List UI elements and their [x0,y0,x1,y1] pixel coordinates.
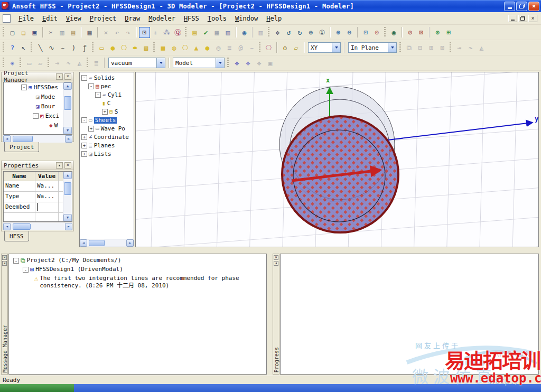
close-button[interactable]: × [528,2,539,11]
move-along-line-icon[interactable]: ⇥ [52,58,63,69]
print-report-icon[interactable]: ▦ [211,27,222,38]
tree-item-pec[interactable]: -▤pec [80,82,134,90]
draw-polygon-icon[interactable]: ⎔ [118,42,129,53]
move-cs-origin-icon[interactable]: ✥ [231,58,242,69]
message-item-the-first-two-integration-line[interactable]: ⚠The first two integration lines are rec… [34,275,264,290]
scroll-left-button[interactable]: ◄ [3,223,11,230]
mdi-close-button[interactable]: × [528,15,537,22]
mdi-restore-button[interactable] [518,15,527,22]
restore-button[interactable] [516,2,527,11]
panel-collapse-button[interactable]: ◂ [274,261,278,266]
mdi-document-icon[interactable] [3,14,11,23]
draw-torus-icon[interactable]: ◎ [213,42,224,53]
face-select-icon[interactable]: ▱ [35,58,46,69]
progress-content[interactable] [280,254,539,375]
distributed-analyze-icon[interactable]: ⁂ [161,27,172,38]
draw-sphere-icon[interactable]: ● [202,42,213,53]
dropdown-arrow-button[interactable] [216,58,224,68]
expander-icon[interactable]: + [81,151,87,157]
project-tree-hscrollbar[interactable]: ◄ ► [3,135,72,143]
show-in-active-view-icon[interactable]: ⊞ [443,27,454,38]
drawing-plane-select[interactable]: XY [308,42,341,53]
copy-icon[interactable]: ▥ [57,27,68,38]
scroll-right-button[interactable]: ► [126,239,134,247]
movement-mode-select[interactable]: In Plane [348,42,397,53]
dropdown-arrow-button[interactable] [156,58,165,68]
draw-cylinder-icon[interactable]: ◍ [169,42,180,53]
expander-icon[interactable]: - [95,92,101,98]
material-select[interactable]: vacuum [108,58,165,68]
os-taskbar[interactable] [0,384,541,392]
expander-icon[interactable]: + [81,134,87,140]
draw-udp-icon[interactable]: ⎔ [263,42,274,53]
properties-hscrollbar[interactable]: ◄ ► [3,222,72,230]
scale-cs-icon[interactable]: ✥ [254,58,265,69]
expander-icon[interactable]: + [81,143,87,148]
draw-rectangle-icon[interactable]: ▭ [96,42,107,53]
hide-in-active-view-icon[interactable]: ⊠ [416,27,427,38]
view-visibility-icon[interactable]: ◉ [388,27,399,38]
tree-item-c[interactable]: ▮C [80,99,134,107]
property-row-name[interactable]: NameWa... [4,181,72,192]
model-select[interactable]: Model [173,58,225,68]
field-zoom-icon[interactable]: ◉ [239,27,250,38]
duplicate-mirror-icon[interactable]: ◭ [476,42,487,53]
expander-icon[interactable]: + [102,109,108,115]
scroll-left-button[interactable]: ◄ [80,239,87,247]
expander-icon[interactable]: - [88,83,94,89]
print-icon[interactable]: ▦ [84,27,95,38]
tree-item-bour[interactable]: ◪Bour [4,101,72,111]
tab-project[interactable]: Project [4,142,39,152]
tree-item-mode[interactable]: ◪Mode [4,92,72,101]
expander-icon[interactable]: - [13,258,19,264]
redo-icon[interactable]: ↷ [123,27,134,38]
mdi-minimize-button[interactable] [508,15,517,22]
tree-item-s[interactable]: +⊞S [80,107,134,116]
modeler-canvas[interactable]: x y [136,72,538,247]
duplicate-along-line-icon[interactable]: ⇥ [454,42,465,53]
menu-tools[interactable]: Tools [203,13,231,24]
hscroll-thumb[interactable] [89,240,105,246]
tree-item-wave-po[interactable]: +▭Wave Po [80,124,134,133]
fit-all-icon[interactable]: ⊙ [371,27,383,38]
whats-this-icon[interactable]: ↖ [18,42,29,53]
draw-spiral-icon[interactable]: @ [235,42,246,53]
draw-line-icon[interactable]: ╲ [35,42,46,53]
draw-cone-icon[interactable]: ▲ [191,42,202,53]
tree-item-coordinate[interactable]: +∠Coordinate [80,133,134,141]
model-tree-hscrollbar[interactable]: ◄ ► [80,239,134,247]
dynamic-zoom-icon[interactable]: ① [316,27,328,38]
optimetrics-icon[interactable]: Ⓠ [172,27,183,38]
pan-icon[interactable]: ✥ [272,27,283,38]
tab-hfss[interactable]: HFSS [4,231,29,241]
tree-item-exci[interactable]: -◩Exci [4,111,72,120]
message-item-hfssdesign1-drivenmodal[interactable]: -⊞HFSSDesign1 (DrivenModal) [23,266,264,273]
new-project-icon[interactable]: ▢ [7,27,18,38]
hide-selection-icon[interactable]: ⊘ [405,27,416,38]
show-selection-icon[interactable]: ⊛ [432,27,443,38]
minimize-button[interactable] [504,2,515,11]
expander-icon[interactable]: + [88,126,94,132]
property-row-type[interactable]: TypeWa... [4,192,72,202]
draw-bondwire-icon[interactable]: ⌢ [246,42,257,53]
expander-icon[interactable]: - [81,75,87,81]
menu-window[interactable]: Window [231,13,262,24]
scroll-left-button[interactable]: ◄ [3,135,11,143]
draw-point-icon[interactable]: o [279,42,291,53]
draw-arc-center-icon[interactable]: ⌢ [57,42,68,53]
menu-modeler[interactable]: Modeler [144,13,180,24]
vscroll-thumb[interactable] [64,96,71,110]
dropdown-arrow-button[interactable] [332,43,340,52]
split-icon[interactable]: ⊠ [437,42,448,53]
panel-close-button[interactable]: × [2,255,7,260]
mirror-icon[interactable]: ◭ [74,58,85,69]
project-tree-vscrollbar[interactable]: ▲ ▼ [63,82,72,134]
draw-plane-icon[interactable]: ▱ [291,42,302,53]
menu-edit[interactable]: Edit [38,13,62,24]
validation-check-icon[interactable]: ✔ [200,27,211,38]
dropdown-arrow-button[interactable] [388,43,396,52]
expander-icon[interactable]: - [23,267,29,273]
move-around-axis-icon[interactable]: ↷ [63,58,74,69]
property-row-deembed[interactable]: Deembed [4,202,72,213]
unite-icon[interactable]: ⧉ [404,42,415,53]
